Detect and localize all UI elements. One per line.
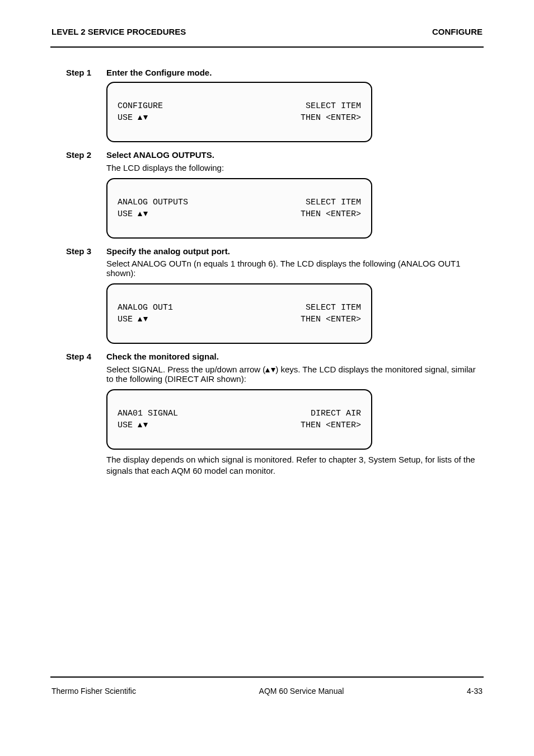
lcd-text: SELECT ITEM — [306, 197, 361, 208]
lcd-row: USE THEN <ENTER> — [118, 208, 361, 220]
lcd-row: USE THEN <ENTER> — [118, 112, 361, 124]
lcd-row: ANALOG OUTPUTS SELECT ITEM — [118, 197, 361, 208]
up-down-arrow-icon — [138, 209, 148, 219]
step-2-subnote: The LCD displays the following: — [106, 163, 484, 172]
footer-center: AQM 60 Service Manual — [259, 687, 344, 696]
step-4-subnote: Select SIGNAL. Press the up/down arrow (… — [106, 365, 484, 384]
lcd-text: THEN <ENTER> — [301, 314, 361, 325]
lcd-text: USE — [118, 208, 148, 220]
step-3-label: Step 3 — [66, 246, 96, 256]
svg-marker-7 — [271, 368, 275, 372]
page-header: LEVEL 2 SERVICE PROCEDURES CONFIGURE — [50, 27, 484, 39]
lcd-text: SELECT ITEM — [306, 100, 361, 112]
step-1-label: Step 1 — [66, 68, 96, 77]
svg-marker-5 — [143, 317, 148, 321]
svg-marker-0 — [138, 115, 142, 120]
step-2-line: Step 2 Select ANALOG OUTPUTS. — [66, 150, 484, 161]
svg-marker-1 — [143, 115, 148, 120]
lcd-display-2: ANALOG OUTPUTS SELECT ITEM USE THEN <ENT… — [106, 178, 372, 239]
svg-marker-6 — [265, 368, 270, 372]
svg-marker-3 — [143, 212, 148, 216]
up-down-arrow-icon — [138, 315, 148, 324]
svg-marker-9 — [143, 423, 148, 427]
step-4-resultnote: The display depends on which signal is m… — [106, 454, 484, 476]
lcd-row: USE THEN <ENTER> — [118, 314, 361, 325]
footer-divider — [50, 676, 484, 678]
step-3-text: Specify the analog output port. — [106, 246, 484, 257]
step-3-line: Step 3 Specify the analog output port. — [66, 246, 484, 257]
lcd-text: USE — [118, 419, 148, 431]
lcd-text: ANA01 SIGNAL — [118, 408, 178, 419]
up-down-arrow-icon — [138, 421, 148, 430]
header-left: LEVEL 2 SERVICE PROCEDURES — [51, 27, 186, 36]
lcd-row: ANALOG OUT1 SELECT ITEM — [118, 302, 361, 314]
svg-marker-4 — [138, 317, 142, 321]
lcd-row: ANA01 SIGNAL DIRECT AIR — [118, 408, 361, 419]
lcd-text: THEN <ENTER> — [301, 419, 361, 431]
footer-left: Thermo Fisher Scientific — [51, 687, 136, 696]
step-2: Step 2 Select ANALOG OUTPUTS. The LCD di… — [50, 150, 484, 239]
lcd-text: CONFIGURE — [118, 100, 163, 112]
up-down-arrow-icon — [138, 113, 148, 123]
page-footer: Thermo Fisher Scientific AQM 60 Service … — [50, 687, 484, 696]
header-right: CONFIGURE — [432, 27, 483, 36]
step-3: Step 3 Specify the analog output port. S… — [50, 246, 484, 344]
svg-marker-2 — [138, 212, 142, 216]
step-2-text: Select ANALOG OUTPUTS. — [106, 150, 484, 161]
lcd-text: USE — [118, 314, 148, 325]
lcd-text: THEN <ENTER> — [301, 112, 361, 124]
lcd-text: SELECT ITEM — [306, 302, 361, 314]
lcd-display-1: CONFIGURE SELECT ITEM USE THEN <ENTER> — [106, 82, 372, 142]
content: Step 1 Enter the Configure mode. CONFIGU… — [50, 48, 484, 476]
lcd-row: USE THEN <ENTER> — [118, 419, 361, 431]
lcd-text: THEN <ENTER> — [301, 208, 361, 220]
svg-marker-8 — [138, 423, 142, 427]
step-1: Step 1 Enter the Configure mode. CONFIGU… — [50, 68, 484, 142]
lcd-text: ANALOG OUT1 — [118, 302, 173, 314]
lcd-display-4: ANA01 SIGNAL DIRECT AIR USE THEN <ENTER> — [106, 389, 372, 450]
up-down-arrow-icon — [265, 365, 275, 374]
step-1-line: Step 1 Enter the Configure mode. — [66, 68, 484, 78]
lcd-text: ANALOG OUTPUTS — [118, 197, 188, 208]
footer-right: 4-33 — [467, 687, 483, 696]
step-3-subnote: Select ANALOG OUTn (n equals 1 through 6… — [106, 259, 484, 278]
step-2-label: Step 2 — [66, 150, 96, 160]
step-4: Step 4 Check the monitored signal. Selec… — [50, 352, 484, 476]
lcd-text: DIRECT AIR — [311, 408, 361, 419]
lcd-text: USE — [118, 112, 148, 124]
page: LEVEL 2 SERVICE PROCEDURES CONFIGURE Ste… — [0, 0, 534, 756]
lcd-display-3: ANALOG OUT1 SELECT ITEM USE THEN <ENTER> — [106, 283, 372, 344]
step-4-label: Step 4 — [66, 352, 96, 361]
step-4-line: Step 4 Check the monitored signal. — [66, 352, 484, 362]
lcd-row: CONFIGURE SELECT ITEM — [118, 100, 361, 112]
step-4-text: Check the monitored signal. — [106, 352, 484, 362]
step-1-text: Enter the Configure mode. — [106, 68, 484, 78]
